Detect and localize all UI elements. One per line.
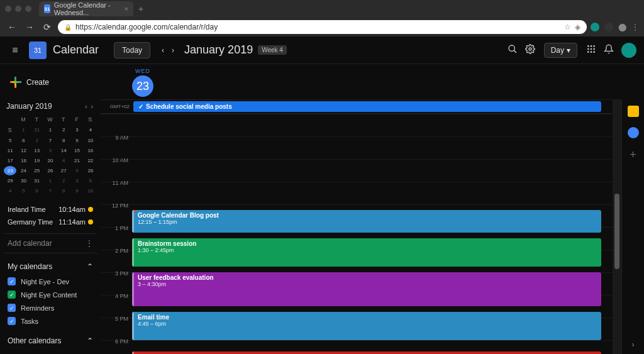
browser-menu-icon[interactable]: ⋮ <box>631 23 639 31</box>
checkbox-icon[interactable]: ✓ <box>8 317 16 325</box>
notifications-button[interactable] <box>600 44 618 56</box>
calendar-item[interactable]: ✓Tasks <box>4 314 97 328</box>
mini-cal-day[interactable]: 17 <box>4 156 16 165</box>
hour-label: 3 PM <box>101 269 132 291</box>
mini-cal-day[interactable]: 30 <box>17 176 30 185</box>
calendar-item[interactable]: ✓Night Eye Content <box>4 288 97 301</box>
extension-icon[interactable] <box>591 23 599 31</box>
other-calendars-header[interactable]: Other calendars ⌃ <box>4 333 97 349</box>
profile-icon[interactable]: ⬤ <box>618 23 626 31</box>
mini-cal-day[interactable]: 7 <box>44 136 57 145</box>
mini-cal-day[interactable]: 3 <box>70 125 83 135</box>
mini-cal-prev[interactable]: ‹ <box>84 103 88 110</box>
mini-cal-day[interactable]: 2 <box>57 125 70 135</box>
calendar-event[interactable]: User feedback evaluation3 – 4:30pm <box>132 272 601 306</box>
mini-cal-day[interactable]: 31 <box>31 125 43 135</box>
mini-cal-day[interactable]: 16 <box>84 146 97 155</box>
checkbox-icon[interactable]: ✓ <box>8 290 16 299</box>
mini-cal-next[interactable]: › <box>90 103 94 110</box>
mini-cal-day[interactable]: 29 <box>4 176 16 185</box>
calendar-event[interactable]: Brainstorm session1:30 – 2:45pm <box>132 238 601 267</box>
mini-cal-day[interactable]: 22 <box>84 156 97 165</box>
add-addon-button[interactable]: + <box>630 148 636 162</box>
mini-cal-day[interactable]: 1 <box>44 176 57 185</box>
create-button[interactable]: Create <box>4 72 97 93</box>
calendar-item[interactable]: ✓Night Eye - Dev <box>4 275 97 288</box>
window-maximize-icon[interactable] <box>25 6 31 12</box>
search-button[interactable] <box>504 44 521 56</box>
forward-button[interactable]: → <box>23 22 36 32</box>
mini-cal-day[interactable]: 24 <box>17 166 30 175</box>
checkbox-icon[interactable]: ✓ <box>8 304 16 312</box>
reload-button[interactable]: ⟳ <box>40 22 54 32</box>
site-icon[interactable]: ◈ <box>575 23 580 31</box>
view-selector[interactable]: Day ▾ <box>544 43 577 58</box>
checkbox-icon[interactable]: ✓ <box>8 277 16 285</box>
mini-cal-day[interactable]: 10 <box>84 136 97 145</box>
mini-cal-day[interactable]: 21 <box>70 156 83 165</box>
hide-panel-button[interactable]: › <box>632 340 635 349</box>
mini-cal-day[interactable]: 11 <box>4 146 16 155</box>
account-avatar[interactable] <box>621 43 636 58</box>
new-tab-button[interactable]: + <box>138 4 143 14</box>
mini-cal-day[interactable]: 8 <box>57 136 70 145</box>
prev-period-button[interactable]: ‹ <box>158 46 168 55</box>
mini-cal-day[interactable]: 5 <box>17 186 30 196</box>
close-tab-icon[interactable]: × <box>125 5 128 13</box>
main-menu-button[interactable]: ≡ <box>8 45 23 56</box>
calendar-event[interactable]: VC Meeting6:30 – 7:30pm <box>132 351 601 354</box>
mini-cal-day[interactable]: 19 <box>31 156 43 165</box>
calendar-item[interactable]: ✓Reminders <box>4 301 97 314</box>
mini-cal-day[interactable]: 10 <box>84 186 97 196</box>
mini-cal-day[interactable]: 8 <box>57 186 70 196</box>
allday-event[interactable]: ✓ Schedule social media posts <box>133 101 601 112</box>
mini-cal-day[interactable]: 25 <box>31 166 43 175</box>
mini-cal-day[interactable]: 15 <box>70 146 83 155</box>
mini-cal-day[interactable]: 18 <box>17 156 30 165</box>
calendar-event[interactable]: Email time4:45 – 6pm <box>132 312 601 340</box>
mini-cal-day[interactable]: 12 <box>17 146 30 155</box>
calendar-event[interactable]: Google Calendar Blog post12:15 – 1:15pm <box>132 210 601 233</box>
footer-links[interactable]: Terms – Privacy <box>4 349 97 354</box>
mini-cal-day[interactable]: 6 <box>31 186 43 196</box>
mini-cal-day[interactable]: 2 <box>57 176 70 185</box>
extension-icon[interactable] <box>604 23 613 31</box>
mini-cal-day[interactable]: 9 <box>70 186 83 196</box>
today-button[interactable]: Today <box>114 42 150 58</box>
mini-cal-day[interactable]: 4 <box>4 186 16 196</box>
vertical-scrollbar[interactable] <box>613 99 621 354</box>
window-close-icon[interactable] <box>5 6 11 12</box>
url-field[interactable]: 🔒 https://calendar.google.com/calendar/r… <box>58 20 587 34</box>
mini-cal-day[interactable]: 5 <box>4 136 16 145</box>
mini-cal-day[interactable]: 3 <box>70 176 83 185</box>
mini-cal-day[interactable]: 27 <box>57 166 70 175</box>
mini-cal-day[interactable]: 23 <box>4 166 16 175</box>
mini-cal-day[interactable]: 7 <box>44 186 57 196</box>
back-button[interactable]: ← <box>5 22 19 32</box>
keep-icon[interactable] <box>628 106 639 117</box>
apps-button[interactable] <box>582 44 600 56</box>
add-calendar-button[interactable]: Add calendar ⋮ <box>4 233 97 253</box>
mini-cal-day[interactable]: 26 <box>44 166 57 175</box>
my-calendars-header[interactable]: My calendars ⌃ <box>4 258 97 275</box>
window-minimize-icon[interactable] <box>15 6 21 12</box>
settings-button[interactable] <box>521 44 539 56</box>
svg-point-5 <box>593 45 595 47</box>
mini-cal-day[interactable]: 4 <box>84 125 97 135</box>
tasks-icon[interactable] <box>628 127 639 138</box>
mini-cal-day[interactable]: 1 <box>44 125 57 135</box>
mini-cal-day[interactable]: 6 <box>17 136 30 145</box>
browser-tab[interactable]: 31 Google Calendar - Wednesd... × <box>39 1 133 16</box>
mini-cal-day[interactable]: 9 <box>70 136 83 145</box>
mini-cal-day[interactable]: 28 <box>84 166 97 175</box>
mini-cal-day[interactable]: 13 <box>31 146 43 155</box>
hour-label: 11 AM <box>101 179 132 201</box>
more-icon[interactable]: ⋮ <box>86 239 93 248</box>
star-icon[interactable]: ☆ <box>564 23 571 31</box>
day-header[interactable]: WED 23 <box>132 68 153 97</box>
next-period-button[interactable]: › <box>168 46 178 55</box>
mini-cal-day[interactable]: 14 <box>57 146 70 155</box>
mini-cal-day[interactable]: 20 <box>44 156 57 165</box>
mini-cal-day[interactable]: 31 <box>31 176 43 185</box>
scrollbar-thumb[interactable] <box>614 194 619 269</box>
